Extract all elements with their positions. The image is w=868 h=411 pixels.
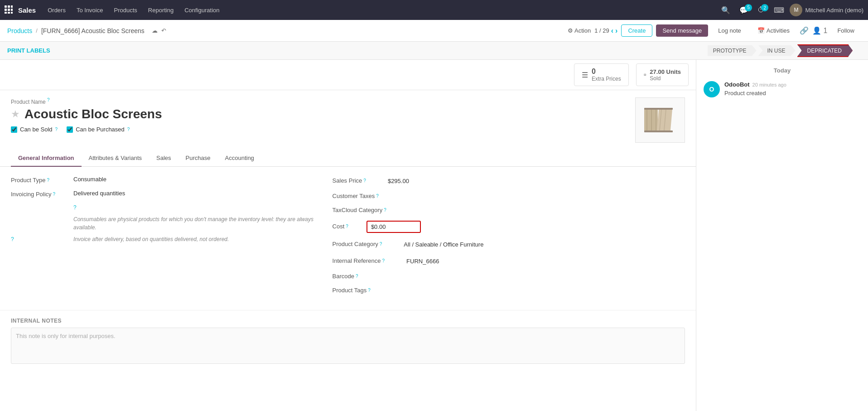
next-arrow[interactable]: › [615,27,617,35]
breadcrumb-separator: / [36,27,38,34]
help-link-1[interactable]: ? [73,204,77,211]
follow-button[interactable]: Follow [831,24,861,37]
invoicing-help[interactable]: ? [53,192,56,197]
print-labels-button[interactable]: PRINT LABELS [7,47,50,54]
extra-prices-count: 0 [592,68,621,76]
prev-arrow[interactable]: ‹ [611,27,613,35]
chatter-time: 20 minutes ago [752,82,786,87]
customer-taxes-help[interactable]: ? [376,193,379,198]
product-category-value: All / Saleable / Office Furniture [400,239,487,250]
nav-arrows: 1 / 29 ‹ › [594,27,617,35]
nav-configuration[interactable]: Configuration [180,4,224,16]
tab-general-information[interactable]: General Information [11,150,82,167]
notes-area[interactable]: This note is only for internal purposes. [11,328,685,364]
tab-content-general: Product Type ? Consumable Invoicing Poli… [0,167,696,310]
user-menu[interactable]: M Mitchell Admin (demo) [790,4,863,16]
nav-reporting[interactable]: Reporting [144,4,178,16]
internal-reference-value: FURN_6666 [403,256,443,266]
action-label: ⚙ Action [568,27,591,34]
invoice-desc: Invoice after delivery, based on quantit… [73,235,229,243]
step-prototype[interactable]: PROTOTYPE [708,45,757,56]
internal-reference-field: Internal Reference ? FURN_6666 [333,256,685,266]
extra-prices-button[interactable]: ☰ 0 Extra Prices [574,63,629,86]
units-sold-button[interactable]: ▫ 27.00 Units Sold [636,63,689,86]
product-category-label: Product Category ? [333,241,382,247]
product-name-label: Product Name ? [11,97,628,105]
cost-help[interactable]: ? [346,224,348,229]
customer-taxes-field: Customer Taxes ? [333,193,685,200]
can-be-sold-input[interactable] [11,126,17,133]
help-link-2[interactable]: ? [11,236,14,242]
product-title-row: ★ Acoustic Bloc Screens [11,107,628,121]
breadcrumb-parent[interactable]: Products [7,27,32,34]
nav-count: 1 / 29 [594,27,609,34]
sales-price-help[interactable]: ? [363,178,366,183]
settings-icon[interactable]: ⌨ [770,4,788,16]
svg-rect-1 [8,5,10,8]
can-be-purchased-input[interactable] [67,126,73,133]
can-be-sold-label: Can be Sold [20,126,53,133]
product-category-help[interactable]: ? [380,242,382,247]
barcode-field: Barcode ? [333,273,685,280]
product-title: Acoustic Bloc Screens [24,107,162,121]
svg-rect-4 [8,9,10,11]
tab-purchase[interactable]: Purchase [178,150,218,167]
smart-buttons: ☰ 0 Extra Prices ▫ 27.00 Units Sold [0,60,696,90]
product-tags-label: Product Tags ? [333,287,371,294]
list-icon: ☰ [582,71,588,79]
followers-icon[interactable]: 👤 1 [812,26,827,35]
step-in-use[interactable]: IN USE [758,45,796,56]
tab-sales[interactable]: Sales [149,150,178,167]
clock-icon[interactable]: ⏱ 2 [754,4,768,16]
notes-placeholder: This note is only for internal purposes. [16,333,116,339]
create-button[interactable]: Create [621,24,652,37]
breadcrumb-bar: Products / [FURN_6666] Acoustic Bloc Scr… [0,20,868,42]
undo-icon[interactable]: ↶ [161,27,166,34]
nav-to-invoice[interactable]: To Invoice [72,4,108,16]
tab-accounting[interactable]: Accounting [218,150,261,167]
activities-button[interactable]: 📅 Activities [751,24,796,37]
search-icon[interactable]: 🔍 [718,4,734,16]
main-area: ☰ 0 Extra Prices ▫ 27.00 Units Sold Prod… [0,60,868,411]
user-avatar: M [790,4,802,16]
app-grid-icon[interactable] [5,5,13,15]
can-be-sold-checkbox[interactable]: Can be Sold ? [11,126,58,133]
tabs: General Information Attributes & Variant… [0,150,696,167]
product-type-row: Product Type ? Consumable [11,176,314,184]
svg-rect-11 [651,109,652,131]
name-help-icon[interactable]: ? [47,97,50,102]
sales-price-field: Sales Price ? $295.00 [333,176,685,186]
app-name[interactable]: Sales [18,6,36,14]
notes-title: INTERNAL NOTES [11,318,685,324]
send-message-button[interactable]: Send message [656,24,708,37]
link-icon[interactable]: 🔗 [800,26,809,35]
product-type-help[interactable]: ? [47,178,49,183]
action-area: ⚙ Action 1 / 29 ‹ › Create Send message … [568,24,861,37]
svg-rect-2 [11,5,13,8]
nav-products[interactable]: Products [109,4,141,16]
can-be-purchased-checkbox[interactable]: Can be Purchased ? [67,126,130,133]
activities-icon: 📅 [757,27,765,34]
product-form: ☰ 0 Extra Prices ▫ 27.00 Units Sold Prod… [0,60,696,411]
taxcloud-help[interactable]: ? [384,208,386,213]
chatter-panel: Today O OdooBot 20 minutes ago Product c… [696,60,868,411]
favorite-star-icon[interactable]: ★ [11,108,20,120]
tab-attributes-variants[interactable]: Attributes & Variants [82,150,149,167]
chatter-message: O OdooBot 20 minutes ago Product created [704,81,861,97]
status-steps: PROTOTYPE IN USE DEPRICATED [708,44,854,57]
cost-value[interactable]: $0.00 [366,221,421,233]
product-category-field: Product Category ? All / Saleable / Offi… [333,239,685,250]
cloud-icon[interactable]: ☁ [152,27,158,34]
purchased-help-icon[interactable]: ? [127,127,130,132]
barcode-help[interactable]: ? [356,274,358,279]
invoicing-policy-value: Delivered quantities [73,190,125,197]
log-note-button[interactable]: Log note [712,24,747,37]
nav-orders[interactable]: Orders [43,4,70,16]
step-deprecated[interactable]: DEPRICATED [797,44,853,57]
product-tags-help[interactable]: ? [368,288,371,293]
taxcloud-value [405,209,412,213]
sold-help-icon[interactable]: ? [55,127,58,132]
internal-ref-help[interactable]: ? [382,258,385,263]
chat-icon[interactable]: 💬 5 [736,4,752,16]
can-be-purchased-label: Can be Purchased [76,126,125,133]
